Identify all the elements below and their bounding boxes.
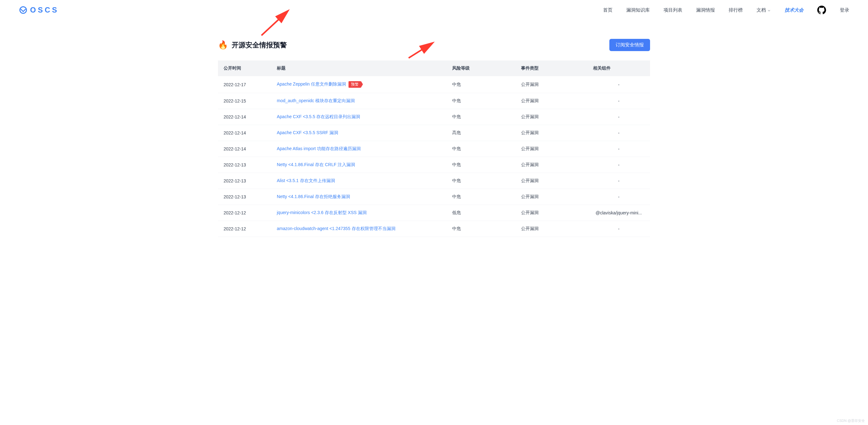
nav-login[interactable]: 登录 — [840, 7, 849, 13]
cell-risk: 中危 — [446, 141, 516, 157]
table-row: 2022-12-12jquery-minicolors <2.3.6 存在反射型… — [218, 205, 650, 221]
cell-date: 2022-12-12 — [218, 221, 271, 237]
col-date: 公开时间 — [218, 60, 271, 76]
title-row: 🔥 开源安全情报预警 订阅安全情报 — [212, 39, 656, 51]
cell-risk: 高危 — [446, 125, 516, 141]
logo-icon — [19, 6, 28, 15]
col-type: 事件类型 — [516, 60, 587, 76]
table-header-row: 公开时间 标题 风险等级 事件类型 相关组件 — [218, 60, 650, 76]
page-title: 开源安全情报预警 — [232, 40, 287, 50]
nav: 首页 漏洞知识库 项目列表 漏洞情报 排行榜 文档 技术大会 登录 — [603, 6, 849, 15]
col-component: 相关组件 — [587, 60, 650, 76]
vuln-link[interactable]: Apache CXF <3.5.5 SSRF 漏洞 — [277, 130, 338, 135]
nav-home[interactable]: 首页 — [603, 7, 613, 13]
cell-risk: 中危 — [446, 109, 516, 125]
cell-component: - — [587, 93, 650, 109]
nav-rank[interactable]: 排行榜 — [728, 7, 743, 13]
alert-badge: 预警 — [348, 81, 361, 88]
table-row: 2022-12-14Apache Atlas import 功能存在路径遍历漏洞… — [218, 141, 650, 157]
cell-risk: 低危 — [446, 205, 516, 221]
cell-date: 2022-12-14 — [218, 141, 271, 157]
cell-risk: 中危 — [446, 76, 516, 93]
chevron-down-icon — [767, 8, 771, 12]
cell-type: 公开漏洞 — [516, 125, 587, 141]
cell-risk: 中危 — [446, 189, 516, 205]
cell-component: - — [587, 141, 650, 157]
col-risk: 风险等级 — [446, 60, 516, 76]
cell-date: 2022-12-14 — [218, 109, 271, 125]
cell-date: 2022-12-17 — [218, 76, 271, 93]
cell-risk: 中危 — [446, 221, 516, 237]
github-icon — [817, 6, 826, 15]
cell-type: 公开漏洞 — [516, 157, 587, 173]
cell-date: 2022-12-13 — [218, 157, 271, 173]
cell-component: - — [587, 109, 650, 125]
table-row: 2022-12-15mod_auth_openidc 模块存在重定向漏洞中危公开… — [218, 93, 650, 109]
brand-text: OSCS — [30, 6, 59, 15]
cell-title: Apache CXF <3.5.5 SSRF 漏洞 — [271, 125, 446, 141]
vuln-table: 公开时间 标题 风险等级 事件类型 相关组件 2022-12-17Apache … — [218, 60, 650, 237]
vuln-link[interactable]: Apache CXF <3.5.5 存在远程目录列出漏洞 — [277, 114, 360, 119]
cell-component: - — [587, 125, 650, 141]
vuln-link[interactable]: Apache Atlas import 功能存在路径遍历漏洞 — [277, 146, 361, 151]
cell-title: Netty <4.1.86.Final 存在 CRLF 注入漏洞 — [271, 157, 446, 173]
cell-type: 公开漏洞 — [516, 205, 587, 221]
subscribe-button[interactable]: 订阅安全情报 — [609, 39, 650, 51]
nav-knowledge[interactable]: 漏洞知识库 — [626, 7, 650, 13]
cell-risk: 中危 — [446, 93, 516, 109]
cell-type: 公开漏洞 — [516, 141, 587, 157]
cell-date: 2022-12-13 — [218, 189, 271, 205]
vuln-link[interactable]: mod_auth_openidc 模块存在重定向漏洞 — [277, 98, 355, 103]
table-row: 2022-12-13Netty <4.1.86.Final 存在拒绝服务漏洞中危… — [218, 189, 650, 205]
cell-type: 公开漏洞 — [516, 93, 587, 109]
vuln-link[interactable]: Apache Zeppelin 任意文件删除漏洞 — [277, 82, 346, 86]
table-row: 2022-12-17Apache Zeppelin 任意文件删除漏洞预警中危公开… — [218, 76, 650, 93]
cell-title: Alist <3.5.1 存在文件上传漏洞 — [271, 173, 446, 189]
vuln-link[interactable]: Netty <4.1.86.Final 存在 CRLF 注入漏洞 — [277, 162, 355, 167]
cell-type: 公开漏洞 — [516, 76, 587, 93]
cell-risk: 中危 — [446, 157, 516, 173]
fire-icon: 🔥 — [218, 40, 228, 50]
cell-title: Apache Atlas import 功能存在路径遍历漏洞 — [271, 141, 446, 157]
cell-type: 公开漏洞 — [516, 221, 587, 237]
cell-component: - — [587, 221, 650, 237]
header: OSCS 首页 漏洞知识库 项目列表 漏洞情报 排行榜 文档 技术大会 登录 — [0, 0, 868, 20]
cell-title: jquery-minicolors <2.3.6 存在反射型 XSS 漏洞 — [271, 205, 446, 221]
cell-title: Netty <4.1.86.Final 存在拒绝服务漏洞 — [271, 189, 446, 205]
title-left: 🔥 开源安全情报预警 — [218, 40, 287, 50]
cell-date: 2022-12-12 — [218, 205, 271, 221]
cell-type: 公开漏洞 — [516, 173, 587, 189]
nav-projects[interactable]: 项目列表 — [663, 7, 682, 13]
table-row: 2022-12-13Alist <3.5.1 存在文件上传漏洞中危公开漏洞- — [218, 173, 650, 189]
nav-conf[interactable]: 技术大会 — [785, 7, 804, 13]
vuln-link[interactable]: Netty <4.1.86.Final 存在拒绝服务漏洞 — [277, 194, 350, 199]
table-row: 2022-12-13Netty <4.1.86.Final 存在 CRLF 注入… — [218, 157, 650, 173]
table-row: 2022-12-12amazon-cloudwatch-agent <1.247… — [218, 221, 650, 237]
cell-component: - — [587, 76, 650, 93]
cell-title: Apache Zeppelin 任意文件删除漏洞预警 — [271, 76, 446, 93]
vuln-link[interactable]: amazon-cloudwatch-agent <1.247355 存在权限管理… — [277, 226, 396, 231]
cell-title: amazon-cloudwatch-agent <1.247355 存在权限管理… — [271, 221, 446, 237]
nav-github[interactable] — [817, 6, 826, 15]
cell-component: - — [587, 189, 650, 205]
cell-component: @claviska/jquery-mini... — [587, 205, 650, 221]
nav-intel[interactable]: 漏洞情报 — [696, 7, 715, 13]
vuln-link[interactable]: jquery-minicolors <2.3.6 存在反射型 XSS 漏洞 — [277, 210, 367, 215]
cell-title: mod_auth_openidc 模块存在重定向漏洞 — [271, 93, 446, 109]
nav-docs[interactable]: 文档 — [756, 7, 771, 13]
main: 🔥 开源安全情报预警 订阅安全情报 公开时间 标题 风险等级 事件类型 相关组件… — [206, 39, 662, 237]
cell-date: 2022-12-15 — [218, 93, 271, 109]
vuln-link[interactable]: Alist <3.5.1 存在文件上传漏洞 — [277, 178, 335, 183]
cell-component: - — [587, 157, 650, 173]
table-row: 2022-12-14Apache CXF <3.5.5 存在远程目录列出漏洞中危… — [218, 109, 650, 125]
table-row: 2022-12-14Apache CXF <3.5.5 SSRF 漏洞高危公开漏… — [218, 125, 650, 141]
nav-docs-label: 文档 — [756, 7, 766, 13]
cell-risk: 中危 — [446, 173, 516, 189]
cell-type: 公开漏洞 — [516, 189, 587, 205]
cell-component: - — [587, 173, 650, 189]
logo[interactable]: OSCS — [19, 6, 59, 15]
cell-date: 2022-12-13 — [218, 173, 271, 189]
cell-title: Apache CXF <3.5.5 存在远程目录列出漏洞 — [271, 109, 446, 125]
cell-date: 2022-12-14 — [218, 125, 271, 141]
cell-type: 公开漏洞 — [516, 109, 587, 125]
